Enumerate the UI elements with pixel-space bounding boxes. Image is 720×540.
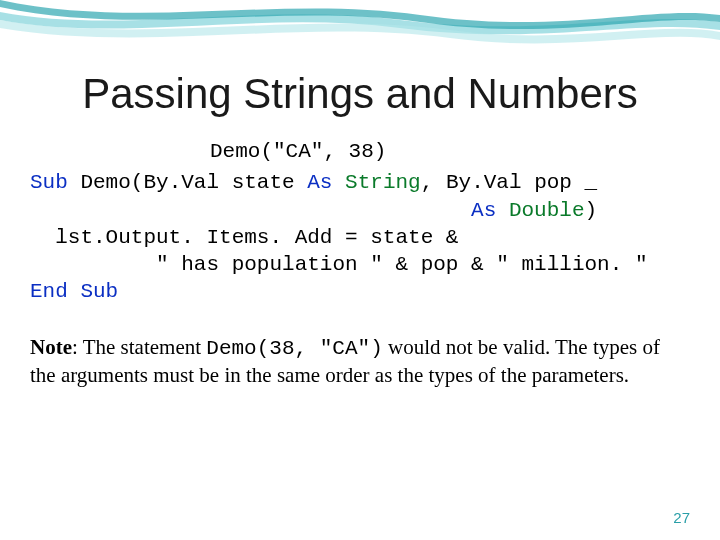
- code-line-4: " has population " & pop & " million. ": [30, 251, 690, 278]
- kw-as-1: As: [307, 171, 332, 194]
- kw-sub: Sub: [30, 171, 68, 194]
- note-label: Note: [30, 335, 72, 359]
- kw-double: Double: [509, 199, 585, 222]
- code-call-line: Demo("CA", 38): [30, 138, 690, 165]
- code-line-3: lst.Output. Items. Add = state &: [30, 224, 690, 251]
- kw-string: String: [345, 171, 421, 194]
- code-line-1: Sub Demo(By.Val state As String, By.Val …: [30, 169, 690, 196]
- code-line-end: End Sub: [30, 278, 690, 305]
- code-block: Demo("CA", 38) Sub Demo(By.Val state As …: [30, 138, 690, 306]
- slide: Passing Strings and Numbers Demo("CA", 3…: [0, 0, 720, 540]
- code-line-2: As Double): [30, 197, 690, 224]
- slide-number: 27: [673, 509, 690, 526]
- note-paragraph: Note: The statement Demo(38, "CA") would…: [30, 334, 690, 390]
- note-inline-code: Demo(38, "CA"): [206, 337, 382, 360]
- kw-as-2: As: [471, 199, 496, 222]
- slide-title: Passing Strings and Numbers: [30, 70, 690, 118]
